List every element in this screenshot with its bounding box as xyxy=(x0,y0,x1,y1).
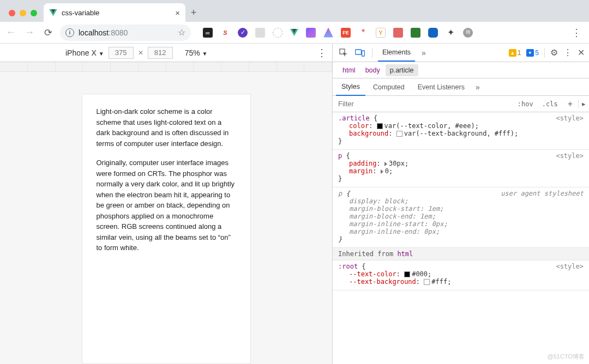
prop-value[interactable]: var(--text-color, #eee) xyxy=(384,122,475,130)
site-info-icon[interactable]: i xyxy=(65,28,74,37)
prop-name: margin-block-start xyxy=(349,205,420,213)
ext-icon[interactable] xyxy=(411,28,420,38)
css-rule[interactable]: <style> :root { --text-color: #000; --te… xyxy=(333,260,589,290)
device-selector[interactable]: iPhone X ▼ xyxy=(65,48,104,57)
tab-title: css-variable xyxy=(62,9,171,17)
device-width-input[interactable] xyxy=(109,47,134,59)
url-port: :8080 xyxy=(109,28,128,37)
ext-vue-icon[interactable] xyxy=(290,29,298,36)
ext-icon[interactable] xyxy=(255,28,265,38)
ext-icon[interactable]: ∞ xyxy=(203,28,213,38)
ext-icon[interactable] xyxy=(306,28,316,38)
prop-value[interactable]: #000 xyxy=(412,270,428,278)
inspect-element-icon[interactable] xyxy=(337,46,350,59)
devtools-menu-icon[interactable]: ⋮ xyxy=(563,47,572,58)
profile-avatar-icon[interactable]: 玲 xyxy=(463,28,473,38)
ext-icon[interactable]: FE xyxy=(341,28,351,38)
subtab-computed[interactable]: Computed xyxy=(368,79,410,95)
ext-icon[interactable] xyxy=(428,28,438,38)
minimize-window-dot[interactable] xyxy=(20,10,26,16)
crumb-p-article[interactable]: p.article xyxy=(386,64,418,76)
watermark: @51CTO博客 xyxy=(548,353,585,361)
inherited-from-tag[interactable]: html xyxy=(397,250,413,258)
tabs-overflow-icon[interactable]: » xyxy=(418,48,429,57)
rule-selector[interactable]: .article xyxy=(338,114,370,122)
devtools-pane: Elements » ▲1 ✦5 ⚙ ⋮ ✕ html body p.artic… xyxy=(333,44,589,364)
styles-filter-input[interactable] xyxy=(333,100,513,108)
subtab-event-listeners[interactable]: Event Listeners xyxy=(412,79,470,95)
crumb-html[interactable]: html xyxy=(338,64,360,76)
cls-toggle[interactable]: .cls xyxy=(538,100,562,108)
new-style-rule-button[interactable]: + xyxy=(562,99,578,109)
expand-shorthand-icon[interactable] xyxy=(384,162,387,166)
color-swatch-icon[interactable] xyxy=(396,131,402,137)
prop-name[interactable]: color xyxy=(349,122,369,130)
hov-toggle[interactable]: :hov xyxy=(513,100,538,108)
rule-origin[interactable]: <style> xyxy=(556,114,584,122)
rule-origin[interactable]: <style> xyxy=(556,263,584,270)
device-toolbar: iPhone X ▼ ✕ 75% ▼ ⋮ xyxy=(0,44,332,62)
ruler xyxy=(0,62,332,72)
zoom-selector[interactable]: 75% ▼ xyxy=(185,48,208,57)
new-tab-button[interactable]: + xyxy=(185,7,202,22)
device-toggle-icon[interactable] xyxy=(353,46,366,59)
back-button[interactable]: ← xyxy=(4,26,17,39)
prop-name[interactable]: --text-color xyxy=(349,270,396,278)
ext-icon[interactable]: ✓ xyxy=(238,28,248,38)
ext-icon[interactable]: Y xyxy=(376,28,386,38)
device-preview-pane: iPhone X ▼ ✕ 75% ▼ ⋮ Light-on-dark color… xyxy=(0,44,333,364)
subtabs-overflow-icon[interactable]: » xyxy=(472,83,483,92)
tab-close-icon[interactable]: × xyxy=(175,8,180,17)
ext-icon[interactable] xyxy=(393,28,403,38)
ext-icon[interactable]: S xyxy=(220,28,230,38)
tab-elements[interactable]: Elements xyxy=(378,44,415,62)
devtools-close-icon[interactable]: ✕ xyxy=(578,47,585,58)
rule-origin: user agent stylesheet xyxy=(501,190,584,197)
prop-name[interactable]: margin xyxy=(349,167,372,175)
reload-button[interactable]: ⟳ xyxy=(41,26,55,39)
css-rule[interactable]: <style> .article { color: var(--text-col… xyxy=(333,112,589,150)
vue-icon xyxy=(49,9,57,16)
browser-tab[interactable]: css-variable × xyxy=(44,3,185,22)
prop-value[interactable]: 30px xyxy=(389,160,405,167)
info-badge[interactable]: ✦5 xyxy=(526,49,539,57)
settings-gear-icon[interactable]: ⚙ xyxy=(550,47,558,58)
ext-icon[interactable]: * xyxy=(358,28,368,38)
url-box[interactable]: i localhost:8080 ☆ xyxy=(60,25,191,41)
close-window-dot[interactable] xyxy=(9,10,15,16)
prop-value[interactable]: #fff xyxy=(431,278,447,286)
rule-origin[interactable]: <style> xyxy=(556,152,584,160)
ext-icon[interactable] xyxy=(323,28,333,38)
extensions-puzzle-icon[interactable]: ✦ xyxy=(446,28,455,38)
subtab-styles[interactable]: Styles xyxy=(336,78,365,96)
filter-more-icon[interactable]: ▸ xyxy=(578,100,589,108)
css-rule[interactable]: <style> p { padding: 30px; margin: 0; } xyxy=(333,150,589,187)
prop-name[interactable]: padding xyxy=(349,160,377,167)
device-toolbar-menu-icon[interactable]: ⋮ xyxy=(317,47,327,59)
color-swatch-icon[interactable] xyxy=(404,271,410,277)
color-swatch-icon[interactable] xyxy=(424,279,430,285)
color-swatch-icon[interactable] xyxy=(377,123,383,129)
chrome-menu-icon[interactable]: ⋮ xyxy=(572,27,581,39)
article-paragraph: Light-on-dark color scheme is a color sc… xyxy=(97,106,236,149)
prop-value: 1em xyxy=(420,213,432,220)
viewport: Light-on-dark color scheme is a color sc… xyxy=(0,72,332,364)
inherited-label: Inherited from xyxy=(338,250,397,258)
warnings-badge[interactable]: ▲1 xyxy=(509,49,521,57)
expand-shorthand-icon[interactable] xyxy=(381,169,383,174)
devtools-tabbar: Elements » ▲1 ✦5 ⚙ ⋮ ✕ xyxy=(333,44,589,62)
prop-value[interactable]: var(--text-background, #fff) xyxy=(404,130,514,137)
info-icon: ✦ xyxy=(526,49,534,57)
rule-selector[interactable]: p xyxy=(338,152,342,160)
device-height-input[interactable] xyxy=(148,47,173,59)
prop-name[interactable]: --text-background xyxy=(349,278,416,286)
bookmark-star-icon[interactable]: ☆ xyxy=(178,27,185,38)
maximize-window-dot[interactable] xyxy=(31,10,37,16)
ext-icon[interactable] xyxy=(273,28,283,38)
crumb-body[interactable]: body xyxy=(361,64,384,76)
forward-button[interactable]: → xyxy=(23,26,36,39)
rule-selector[interactable]: :root xyxy=(338,263,358,270)
prop-name[interactable]: background xyxy=(349,130,388,137)
prop-value[interactable]: 0 xyxy=(385,167,389,175)
prop-value: 1em xyxy=(428,205,440,213)
